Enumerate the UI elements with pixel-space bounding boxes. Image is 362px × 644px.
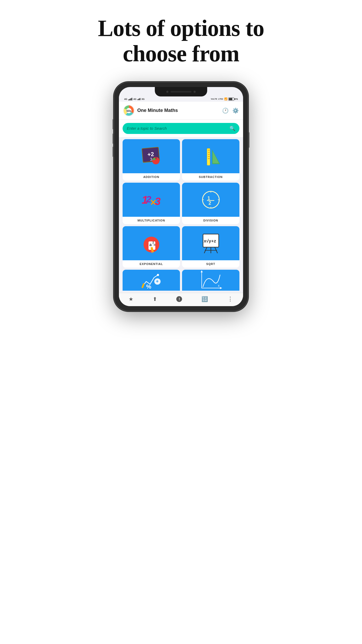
svg-marker-52 — [201, 270, 203, 272]
topic-image-multiplication: 1 2 × 3 — [123, 183, 180, 217]
topic-grid: +2 3 ADDITION — [119, 137, 243, 293]
topic-card-multiplication[interactable]: 1 2 × 3 MULTIPLICATION — [123, 183, 180, 224]
topic-card-algebra[interactable]: x — [182, 270, 239, 291]
svg-marker-51 — [220, 287, 222, 289]
search-bar[interactable]: Enter a topic to Search 🔍 — [123, 123, 239, 134]
battery-percent: 76 — [235, 98, 238, 100]
topic-card-percentages[interactable]: % + — [123, 270, 180, 291]
lte2-indicator: LTE2 — [218, 98, 223, 100]
phone-screen: 4G 4G 3G VoLTE LTE2 📶 — [119, 87, 243, 306]
network-3g: 3G — [141, 98, 145, 100]
topic-label-addition: ADDITION — [142, 173, 160, 181]
svg-text:%: % — [146, 283, 151, 290]
topic-label-subtraction: SUBTRACTION — [198, 173, 224, 181]
topic-label-sqrt: SQRT — [205, 260, 216, 268]
info-icon: ! — [176, 296, 182, 302]
status-right: VoLTE LTE2 📶 76 — [211, 98, 238, 101]
search-container: Enter a topic to Search 🔍 — [119, 120, 243, 137]
svg-rect-48 — [141, 283, 145, 288]
page-headline: Lots of options to choose from — [89, 16, 273, 67]
status-bar: 4G 4G 3G VoLTE LTE2 📶 — [119, 96, 243, 102]
topic-label-exponential: EXPONENTIAL — [139, 260, 164, 268]
topic-label-division: DIVISION — [202, 217, 219, 224]
svg-text:x√y+z: x√y+z — [204, 239, 216, 243]
network-4g2: 4G — [133, 98, 136, 100]
more-icon: ⋮ — [227, 296, 233, 302]
svg-text:=: = — [153, 243, 156, 247]
tab-share[interactable]: ⬆ — [153, 296, 157, 302]
topic-card-subtraction[interactable]: SUBTRACTION — [182, 139, 239, 181]
svg-text:2: 2 — [209, 201, 211, 206]
svg-text:+: + — [156, 279, 159, 284]
history-icon[interactable]: 🕐 — [222, 107, 229, 114]
topic-image-sqrt: x√y+z — [182, 226, 239, 260]
topic-card-addition[interactable]: +2 3 ADDITION — [123, 139, 180, 181]
share-icon: ⬆ — [153, 296, 157, 302]
svg-point-44 — [157, 274, 159, 276]
notch-camera — [166, 91, 168, 93]
tab-calculator[interactable]: 🔢 — [201, 296, 208, 302]
topic-label-multiplication: MULTIPLICATION — [136, 217, 166, 224]
tab-bar: ★ ⬆ ! 🔢 ⋮ — [119, 293, 243, 306]
phone-frame: 4G 4G 3G VoLTE LTE2 📶 — [114, 82, 248, 311]
tab-info[interactable]: ! — [176, 296, 182, 302]
notch-bar — [171, 91, 191, 93]
settings-icon[interactable]: ⚙️ — [232, 107, 239, 114]
wifi-icon: 📶 — [224, 98, 227, 100]
svg-text:3: 3 — [155, 196, 161, 207]
svg-rect-11 — [207, 149, 210, 165]
topic-image-exponential: a 2 = — [123, 226, 180, 260]
topic-image-algebra: x — [182, 270, 239, 291]
topic-card-division[interactable]: 1 2 DIVISION — [182, 183, 239, 224]
svg-text:60s: 60s — [127, 109, 131, 112]
app-content: 60s One Minute Maths 🕐 ⚙️ Enter a topic … — [119, 102, 243, 306]
topic-image-addition: +2 3 — [123, 139, 180, 173]
topic-image-division: 1 2 — [182, 183, 239, 217]
status-left: 4G 4G 3G — [124, 98, 145, 100]
tab-more[interactable]: ⋮ — [227, 296, 233, 302]
topic-image-subtraction — [182, 139, 239, 173]
app-header: 60s One Minute Maths 🕐 ⚙️ — [119, 102, 243, 120]
topic-card-sqrt[interactable]: x√y+z SQRT — [182, 226, 239, 268]
svg-text:x: x — [218, 284, 220, 288]
search-placeholder: Enter a topic to Search — [127, 126, 227, 131]
header-icons: 🕐 ⚙️ — [222, 107, 239, 114]
app-title: One Minute Maths — [137, 108, 222, 113]
svg-rect-8 — [156, 157, 156, 159]
battery-fill — [229, 98, 232, 100]
topic-image-percentages: % + — [123, 270, 180, 291]
svg-text:+2: +2 — [147, 151, 154, 158]
signal-4g — [128, 98, 132, 100]
battery-icon — [228, 98, 234, 101]
network-4g: 4G — [124, 98, 127, 100]
svg-text:1: 1 — [207, 196, 210, 201]
app-logo: 60s — [123, 105, 135, 116]
search-icon[interactable]: 🔍 — [229, 126, 235, 131]
topic-card-exponential[interactable]: a 2 = EXPONENTIAL — [123, 226, 180, 268]
svg-text:3: 3 — [150, 157, 152, 161]
svg-text:a: a — [149, 242, 152, 247]
signal-3g — [138, 98, 140, 100]
phone-notch — [155, 87, 207, 96]
tab-favorites[interactable]: ★ — [129, 296, 133, 302]
volte-indicator: VoLTE — [211, 98, 217, 100]
calculator-icon: 🔢 — [201, 296, 208, 302]
star-icon: ★ — [129, 296, 133, 302]
notch-sensor — [194, 91, 196, 93]
